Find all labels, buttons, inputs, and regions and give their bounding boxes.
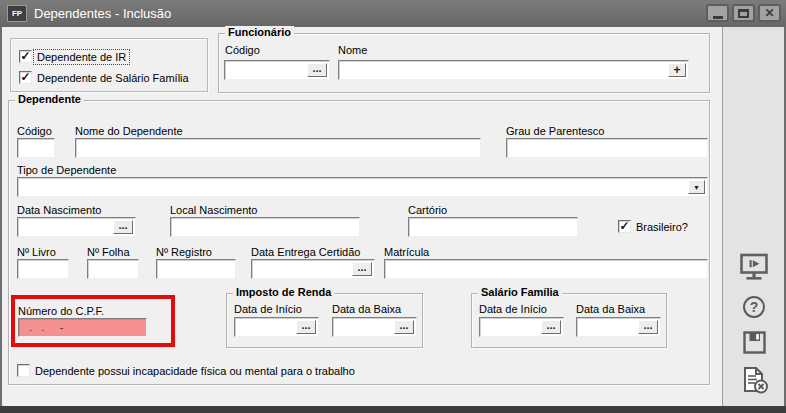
num-folha-input[interactable] [87, 259, 139, 279]
cancel-button[interactable] [741, 366, 769, 398]
maximize-icon [738, 9, 749, 18]
grau-parentesco-label: Grau de Parentesco [506, 125, 604, 137]
num-folha-label: Nº Folha [87, 246, 130, 258]
local-nascimento-input[interactable] [170, 217, 360, 237]
sf-data-inicio-label: Data de Início [479, 303, 547, 315]
grau-parentesco-input[interactable] [506, 138, 708, 158]
video-tutorial-button[interactable] [739, 252, 769, 288]
brasileiro-label[interactable]: Brasileiro? [636, 221, 688, 233]
cartorio-label: Cartório [408, 204, 447, 216]
cpf-label: Número do C.P.F. [18, 305, 104, 317]
cpf-input[interactable]: . . - [18, 318, 147, 337]
matricula-input[interactable] [384, 259, 708, 279]
data-entrega-certidao-input[interactable]: ... [251, 259, 375, 279]
ir-data-baixa-picker-button[interactable]: ... [394, 320, 414, 334]
close-icon: ✕ [764, 7, 774, 19]
dependente-ir-label[interactable]: Dependente de IR [34, 50, 129, 64]
dialog-window: FP Dependentes - Inclusão ✕ ✓ Dependente… [0, 0, 786, 413]
nome-dependente-input[interactable] [75, 138, 481, 158]
dependente-group-title: Dependente [15, 93, 84, 105]
num-registro-label: Nº Registro [156, 246, 212, 258]
cartorio-input[interactable] [408, 217, 578, 237]
incapacidade-checkbox[interactable] [17, 364, 30, 377]
check-icon: ✓ [619, 219, 629, 233]
ir-familia-panel: ✓ Dependente de IR ✓ Dependente de Salár… [10, 38, 208, 92]
ir-data-inicio-input[interactable]: ... [234, 317, 319, 337]
floppy-disk-icon [743, 331, 766, 354]
codigo-input[interactable] [17, 138, 55, 158]
salario-familia-group: Salário Família Data de Início ... Data … [471, 293, 667, 348]
nome-dependente-label: Nome do Dependente [75, 125, 183, 137]
maximize-button[interactable] [732, 4, 755, 22]
dependente-ir-checkbox[interactable]: ✓ [19, 50, 32, 63]
funcionario-codigo-browse-button[interactable]: ... [307, 63, 327, 77]
title-bar: FP Dependentes - Inclusão ✕ [0, 0, 786, 27]
dependente-salario-label[interactable]: Dependente de Salário Família [37, 72, 189, 84]
minimize-icon [713, 16, 723, 19]
funcionario-nome-add-button[interactable]: + [668, 63, 686, 77]
sf-data-baixa-label: Data da Baixa [576, 303, 645, 315]
tipo-dependente-combobox[interactable]: ▼ [17, 177, 708, 197]
ir-data-inicio-label: Data de Início [234, 303, 302, 315]
chevron-down-icon: ▼ [693, 184, 700, 191]
num-livro-label: Nº Livro [17, 246, 56, 258]
funcionario-group: Funcionário Código ... Nome + [218, 33, 710, 93]
ir-data-inicio-picker-button[interactable]: ... [296, 320, 316, 334]
funcionario-codigo-label: Código [225, 44, 260, 56]
salario-familia-group-title: Salário Família [478, 286, 562, 298]
ir-data-baixa-input[interactable]: ... [332, 317, 417, 337]
tipo-dependente-dropdown-button[interactable]: ▼ [688, 180, 705, 194]
data-entrega-certidao-label: Data Entrega Certidão [251, 246, 360, 258]
data-nascimento-input[interactable]: ... [17, 217, 136, 237]
ir-data-baixa-label: Data da Baixa [332, 303, 401, 315]
sf-data-baixa-picker-button[interactable]: ... [638, 320, 658, 334]
minimize-button[interactable] [706, 4, 729, 22]
svg-text:?: ? [750, 299, 759, 315]
question-mark-icon: ? [742, 295, 766, 319]
document-cancel-icon [741, 366, 769, 394]
num-registro-input[interactable] [156, 259, 236, 279]
monitor-play-icon [739, 252, 769, 284]
funcionario-group-title: Funcionário [225, 26, 294, 38]
tipo-dependente-label: Tipo de Dependente [17, 164, 116, 176]
local-nascimento-label: Local Nascimento [170, 204, 257, 216]
funcionario-nome-input[interactable]: + [338, 60, 689, 80]
dependente-salario-checkbox[interactable]: ✓ [19, 71, 32, 84]
window-title: Dependentes - Inclusão [34, 0, 171, 27]
matricula-label: Matrícula [384, 246, 429, 258]
check-icon: ✓ [20, 70, 30, 84]
brasileiro-checkbox[interactable]: ✓ [618, 220, 631, 233]
data-entrega-picker-button[interactable]: ... [352, 262, 372, 276]
close-button[interactable]: ✕ [758, 4, 781, 22]
help-button[interactable]: ? [742, 295, 766, 323]
app-icon[interactable]: FP [7, 5, 27, 22]
imposto-renda-group: Imposto de Renda Data de Início ... Data… [226, 293, 423, 348]
check-icon: ✓ [20, 49, 30, 63]
window-border-left [0, 27, 2, 406]
sf-data-baixa-input[interactable]: ... [576, 317, 661, 337]
save-button[interactable] [743, 331, 766, 358]
codigo-label: Código [17, 125, 52, 137]
data-nascimento-label: Data Nascimento [17, 204, 101, 216]
sidebar-toolbar: ? [722, 27, 784, 406]
sf-data-inicio-picker-button[interactable]: ... [541, 320, 561, 334]
window-border-bottom [0, 406, 786, 413]
imposto-renda-group-title: Imposto de Renda [233, 286, 334, 298]
sf-data-inicio-input[interactable]: ... [479, 317, 564, 337]
dependente-group: Dependente Código Nome do Dependente Gra… [8, 100, 710, 385]
data-nascimento-picker-button[interactable]: ... [113, 220, 133, 234]
funcionario-nome-label: Nome [338, 44, 367, 56]
incapacidade-label[interactable]: Dependente possui incapacidade física ou… [35, 365, 355, 377]
num-livro-input[interactable] [17, 259, 69, 279]
funcionario-codigo-input[interactable]: ... [224, 60, 330, 80]
